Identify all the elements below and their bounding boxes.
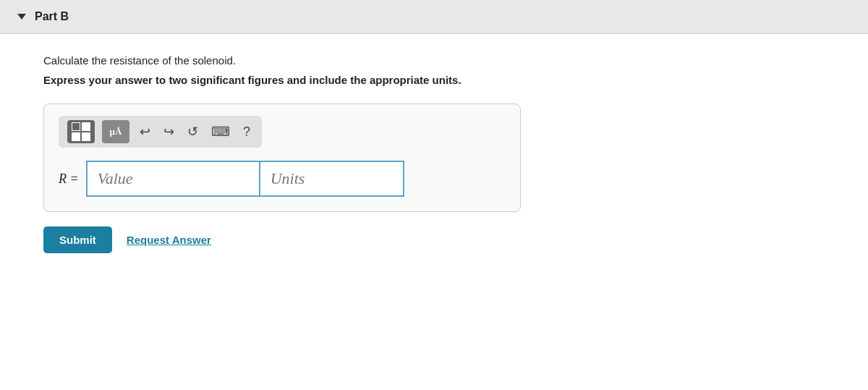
refresh-icon: ↺: [187, 124, 198, 139]
undo-icon: ↩: [140, 124, 150, 139]
redo-button[interactable]: ↪: [161, 124, 177, 140]
sq-tr: [82, 122, 90, 131]
part-title: Part B: [35, 10, 69, 23]
input-row: R =: [59, 161, 506, 197]
collapse-chevron-icon[interactable]: [17, 14, 26, 20]
units-input[interactable]: [260, 161, 404, 197]
keyboard-button[interactable]: ⌨: [208, 124, 233, 140]
grid-squares-icon: [72, 122, 90, 141]
instruction-text: Express your answer to two significant f…: [43, 74, 825, 86]
keyboard-icon: ⌨: [211, 124, 230, 139]
sq-bl: [72, 132, 80, 141]
reset-button[interactable]: ↺: [184, 124, 201, 140]
sq-tl: [72, 122, 80, 131]
submit-row: Submit Request Answer: [43, 226, 825, 253]
question-text: Calculate the resistance of the solenoid…: [43, 54, 825, 67]
part-header: Part B: [0, 0, 868, 34]
submit-button[interactable]: Submit: [43, 226, 112, 253]
value-input[interactable]: [86, 161, 260, 197]
help-button[interactable]: ?: [240, 124, 253, 140]
help-icon: ?: [243, 124, 250, 139]
toolbar: μÅ ↩ ↪ ↺ ⌨ ?: [59, 116, 262, 148]
content-area: Calculate the resistance of the solenoid…: [0, 34, 868, 390]
request-answer-button[interactable]: Request Answer: [127, 234, 211, 246]
format-icon-block[interactable]: [67, 120, 95, 143]
mu-label: μÅ: [110, 126, 122, 137]
answer-box: μÅ ↩ ↪ ↺ ⌨ ? R =: [43, 103, 521, 212]
mu-button[interactable]: μÅ: [102, 120, 129, 143]
r-label: R =: [59, 171, 79, 187]
undo-button[interactable]: ↩: [137, 124, 153, 140]
redo-icon: ↪: [163, 124, 174, 139]
sq-br: [82, 132, 90, 141]
